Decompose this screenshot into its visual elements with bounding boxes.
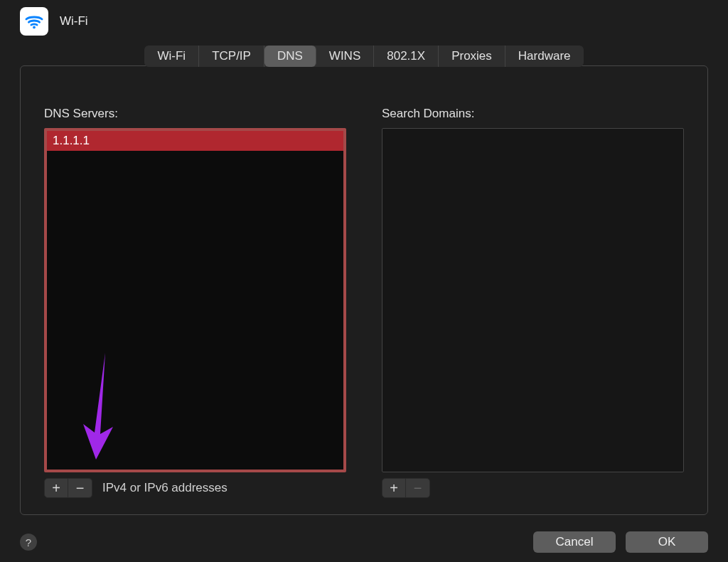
tab-wins[interactable]: WINS [316, 46, 374, 67]
dns-servers-label: DNS Servers: [44, 107, 346, 121]
search-domains-label: Search Domains: [382, 107, 684, 121]
tab-proxies[interactable]: Proxies [439, 46, 505, 67]
minus-icon: − [76, 480, 85, 497]
dns-add-button[interactable]: + [44, 478, 68, 498]
search-domains-list[interactable] [382, 128, 684, 472]
bottom-bar: ? Cancel OK [0, 522, 728, 562]
tab-wifi[interactable]: Wi-Fi [144, 46, 199, 67]
domains-list-footer: + − [382, 478, 684, 498]
search-domains-column: Search Domains: + − [382, 107, 684, 498]
domains-remove-button: − [406, 478, 430, 498]
plus-icon: + [52, 480, 60, 497]
tab-8021x[interactable]: 802.1X [374, 46, 439, 67]
plus-icon: + [390, 480, 398, 497]
domains-add-button[interactable]: + [382, 478, 406, 498]
tab-tcpip[interactable]: TCP/IP [199, 46, 264, 67]
wifi-icon [20, 7, 48, 36]
cancel-button[interactable]: Cancel [533, 531, 616, 553]
dns-servers-list[interactable]: 1.1.1.1 [44, 128, 346, 472]
help-button[interactable]: ? [20, 534, 37, 551]
dns-list-footer: + − IPv4 or IPv6 addresses [44, 478, 346, 498]
tab-hardware[interactable]: Hardware [505, 46, 584, 67]
ok-button[interactable]: OK [626, 531, 708, 553]
content-panel: DNS Servers: 1.1.1.1 + − IPv4 or IPv6 ad… [20, 65, 708, 515]
tab-bar: Wi-Fi TCP/IP DNS WINS 802.1X Proxies Har… [0, 46, 728, 67]
dns-remove-button[interactable]: − [68, 478, 92, 498]
tab-dns[interactable]: DNS [264, 46, 316, 67]
dns-hint: IPv4 or IPv6 addresses [102, 481, 228, 495]
dns-server-entry[interactable]: 1.1.1.1 [47, 131, 343, 151]
svg-point-0 [33, 26, 36, 29]
page-title: Wi-Fi [60, 14, 88, 28]
minus-icon: − [414, 480, 422, 497]
header: Wi-Fi [0, 0, 728, 46]
help-icon: ? [26, 536, 31, 548]
dns-servers-column: DNS Servers: 1.1.1.1 + − IPv4 or IPv6 ad… [44, 107, 346, 498]
